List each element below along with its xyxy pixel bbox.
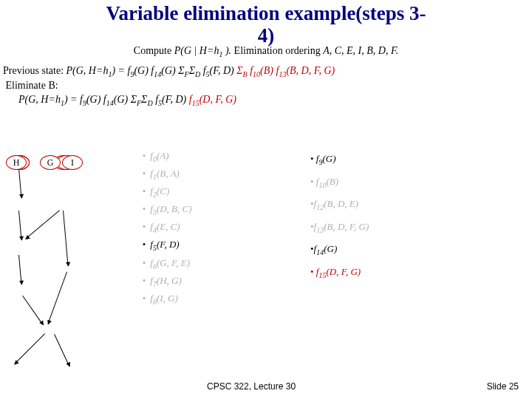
edge-G-I <box>54 334 69 366</box>
left-factor-list: • f0(A) • f1(B, A) • f2(C) • f3(D, B, C)… <box>140 148 192 308</box>
bayes-net-graph: A B C D E F G H I <box>4 155 130 377</box>
edge-B-D <box>18 211 21 240</box>
edge-G-H <box>14 333 45 364</box>
edge-D-F <box>18 255 21 284</box>
elim-expr: P(G, H=h1) = f9(G) f14(G) ΣFΣD f5(F, D) … <box>18 94 236 105</box>
edge-A-B <box>18 168 21 198</box>
prev-label: Previous state: <box>3 65 66 76</box>
edge-C-E <box>63 211 69 266</box>
elim-label: Eliminate B: <box>6 80 58 91</box>
footer-course: CPSC 322, Lecture 30 <box>207 381 296 392</box>
edge-C-D <box>25 210 60 239</box>
edge-F-G <box>22 296 43 325</box>
slide-subtitle: Compute P(G | H=h1 ). Elimination orderi… <box>0 45 532 58</box>
edge-E-G <box>47 272 67 324</box>
slide-title: Variable elimination example(steps 3-4) <box>0 0 532 47</box>
right-factor-list: • f9(G) • f10(B) •f12(B, D, E) •f13(B, D… <box>310 148 369 284</box>
footer-slide-number: Slide 25 <box>487 381 519 392</box>
node-H: H <box>6 155 27 170</box>
prev-expr: P(G, H=h1) = f9(G) f14(G) ΣFΣD f5(F, D) … <box>66 65 335 76</box>
node-G: G <box>40 155 61 170</box>
previous-state-block: Previous state: P(G, H=h1) = f9(G) f14(G… <box>0 58 532 108</box>
node-I: I <box>62 155 83 170</box>
